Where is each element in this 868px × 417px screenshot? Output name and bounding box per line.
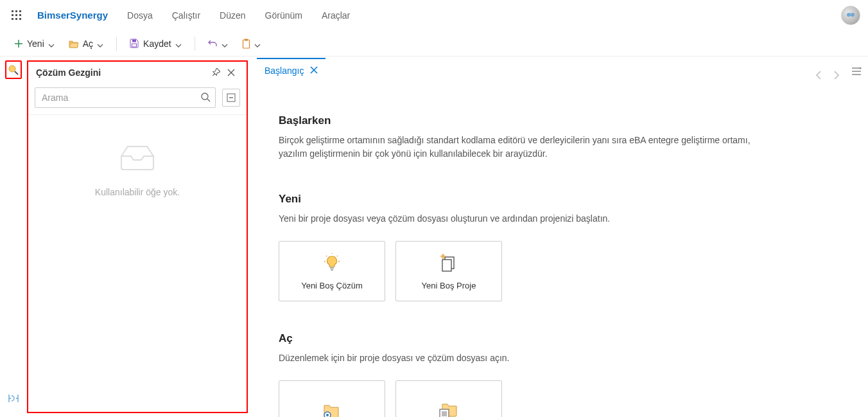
tab-start[interactable]: Başlangıç bbox=[257, 58, 326, 82]
svg-rect-2 bbox=[19, 10, 21, 12]
chevron-right-icon bbox=[833, 71, 840, 80]
card-open-project[interactable] bbox=[395, 380, 502, 417]
card-new-solution[interactable]: Yeni Boş Çözüm bbox=[279, 241, 385, 301]
list-icon bbox=[851, 67, 862, 76]
svg-rect-8 bbox=[19, 18, 21, 20]
chevron-down-icon bbox=[254, 40, 261, 47]
toolbar: Yeni Aç Kaydet bbox=[0, 31, 868, 57]
text-get-started: Birçok geliştirme ortamının sağladığı st… bbox=[279, 134, 779, 161]
svg-rect-4 bbox=[15, 14, 17, 16]
svg-rect-5 bbox=[19, 14, 21, 16]
folder-open-icon bbox=[69, 39, 79, 48]
heading-new: Yeni bbox=[279, 193, 819, 206]
card-open-solution[interactable] bbox=[279, 380, 385, 417]
svg-rect-0 bbox=[12, 10, 13, 12]
chevron-down-icon bbox=[48, 40, 55, 47]
panel-title: Çözüm Gezgini bbox=[36, 67, 208, 78]
separator bbox=[116, 37, 117, 51]
menu-edit[interactable]: Düzen bbox=[220, 10, 245, 21]
card-new-solution-label: Yeni Boş Çözüm bbox=[301, 281, 363, 290]
separator bbox=[195, 37, 195, 51]
heading-get-started: Başlarken bbox=[279, 114, 819, 127]
search-wrap bbox=[35, 87, 216, 108]
collapse-icon bbox=[227, 93, 236, 102]
start-content: Başlarken Birçok geliştirme ortamının sa… bbox=[248, 82, 845, 417]
svg-rect-1 bbox=[15, 10, 17, 12]
svg-point-22 bbox=[860, 67, 862, 69]
undo-button[interactable] bbox=[203, 34, 233, 53]
menubar: BimserSynergy Dosya Çalıştır Düzen Görün… bbox=[0, 0, 868, 31]
lightbulb-search-icon bbox=[8, 65, 19, 75]
text-new: Yeni bir proje dosyası veya çözüm dosyas… bbox=[279, 212, 779, 226]
plus-icon bbox=[14, 39, 23, 48]
chevron-left-icon bbox=[815, 71, 822, 80]
new-button[interactable]: Yeni bbox=[9, 34, 60, 53]
svg-point-19 bbox=[326, 414, 329, 416]
card-new-project[interactable]: Yeni Boş Proje bbox=[395, 241, 502, 301]
next-tab-button[interactable] bbox=[833, 71, 840, 82]
close-icon bbox=[227, 69, 235, 76]
close-icon bbox=[310, 66, 318, 74]
svg-rect-11 bbox=[243, 40, 249, 48]
menu-view[interactable]: Görünüm bbox=[265, 10, 302, 21]
tab-nav bbox=[815, 71, 840, 82]
svg-rect-12 bbox=[245, 39, 248, 40]
card-new-project-label: Yeni Boş Proje bbox=[422, 281, 476, 290]
clipboard-button[interactable] bbox=[237, 34, 266, 53]
panel-header: Çözüm Gezgini bbox=[28, 62, 247, 84]
grid-icon bbox=[12, 10, 22, 21]
bracket-icon bbox=[8, 393, 19, 404]
menu-items: Dosya Çalıştır Düzen Görünüm Araçlar bbox=[127, 10, 350, 21]
new-solution-icon bbox=[322, 253, 342, 272]
tabbar: Başlangıç bbox=[248, 57, 845, 82]
menu-file[interactable]: Dosya bbox=[127, 10, 153, 21]
undo-icon bbox=[208, 39, 218, 48]
open-solution-icon bbox=[322, 401, 342, 417]
svg-rect-3 bbox=[12, 14, 13, 16]
new-label: Yeni bbox=[27, 39, 44, 49]
tab-start-label: Başlangıç bbox=[265, 66, 304, 76]
bottom-rail-button[interactable] bbox=[5, 390, 22, 407]
empty-tray-icon bbox=[118, 143, 157, 174]
open-button[interactable]: Aç bbox=[64, 34, 108, 53]
chevron-down-icon bbox=[221, 40, 228, 47]
open-project-icon bbox=[438, 401, 459, 417]
chevron-down-icon bbox=[175, 40, 182, 47]
svg-rect-9 bbox=[132, 40, 136, 42]
right-rail-list-button[interactable] bbox=[848, 63, 865, 80]
menu-run[interactable]: Çalıştır bbox=[172, 10, 200, 21]
solution-explorer-panel: Çözüm Gezgini Kullanılabilir ö bbox=[27, 60, 248, 413]
save-icon bbox=[130, 39, 139, 48]
new-project-icon bbox=[439, 253, 458, 272]
svg-point-13 bbox=[9, 66, 15, 72]
collapse-all-button[interactable] bbox=[222, 89, 240, 107]
open-card-row bbox=[279, 380, 819, 417]
svg-rect-6 bbox=[12, 18, 13, 20]
svg-rect-7 bbox=[15, 18, 17, 20]
panel-search-row bbox=[28, 84, 247, 115]
tab-close-button[interactable] bbox=[310, 66, 318, 76]
user-avatar[interactable] bbox=[841, 6, 860, 25]
search-input[interactable] bbox=[35, 87, 216, 108]
text-open: Düzenlemek için bir proje dosyası ve çöz… bbox=[279, 351, 779, 365]
panel-body: Kullanılabilir öğe yok. bbox=[28, 115, 247, 412]
new-card-row: Yeni Boş Çözüm Yeni Boş Proje bbox=[279, 241, 819, 301]
right-rail bbox=[845, 57, 868, 417]
close-panel-button[interactable] bbox=[223, 65, 239, 80]
svg-rect-17 bbox=[442, 260, 451, 271]
pin-icon bbox=[211, 68, 220, 77]
left-rail bbox=[0, 57, 27, 417]
svg-point-14 bbox=[202, 93, 208, 100]
app-launcher-button[interactable] bbox=[8, 6, 26, 24]
pin-button[interactable] bbox=[208, 65, 223, 80]
menu-tools[interactable]: Araçlar bbox=[322, 10, 350, 21]
clipboard-icon bbox=[242, 39, 250, 49]
empty-text: Kullanılabilir öğe yok. bbox=[95, 187, 180, 197]
main: Çözüm Gezgini Kullanılabilir ö bbox=[0, 57, 868, 417]
open-label: Aç bbox=[83, 39, 93, 49]
save-label: Kaydet bbox=[143, 39, 171, 49]
solution-explorer-rail-button[interactable] bbox=[5, 60, 22, 79]
prev-tab-button[interactable] bbox=[815, 71, 822, 82]
save-button[interactable]: Kaydet bbox=[125, 34, 187, 53]
brand-label: BimserSynergy bbox=[37, 10, 108, 21]
